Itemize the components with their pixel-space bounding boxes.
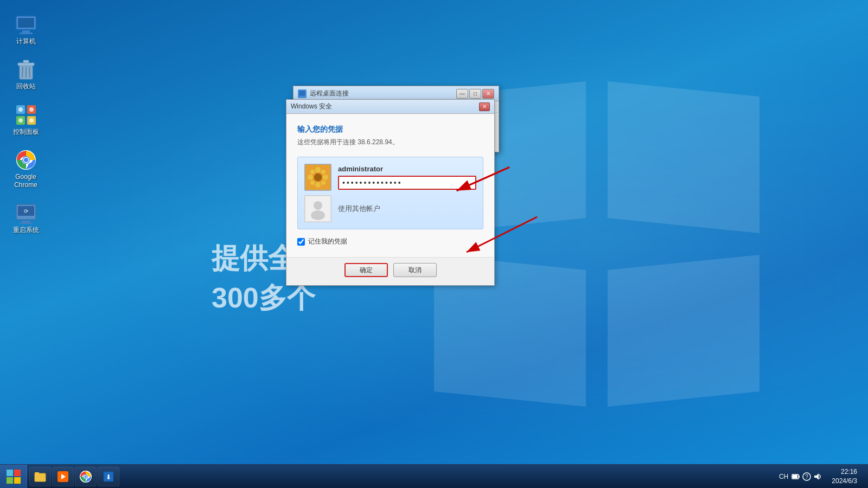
taskbar-chrome[interactable] xyxy=(75,467,97,486)
rdp-title-text: 远程桌面连接 xyxy=(310,89,456,98)
winsec-cancel-btn[interactable]: 取消 xyxy=(393,263,437,277)
svg-rect-24 xyxy=(22,221,30,223)
tray-lang: CH xyxy=(779,473,788,480)
rdp-title-icon xyxy=(298,89,307,98)
svg-rect-5 xyxy=(18,63,34,66)
taskbar-items: ⬇ xyxy=(27,467,775,486)
winsec-buttons: 确定 取消 xyxy=(286,257,494,285)
svg-point-16 xyxy=(18,118,23,123)
recycle-icon-label: 回收站 xyxy=(16,82,36,90)
computer-icon xyxy=(15,14,37,35)
svg-point-34 xyxy=(323,175,328,180)
system-tray: CH ? xyxy=(775,467,868,486)
clock-time: 22:16 xyxy=(832,467,857,477)
winsec-titlebar: Windows 安全 ✕ xyxy=(286,100,494,114)
svg-rect-3 xyxy=(20,33,33,34)
chrome-icon-label: Google Chrome xyxy=(8,173,43,189)
svg-rect-25 xyxy=(20,223,33,224)
other-account-row: 使用其他帐户 xyxy=(304,195,476,222)
svg-rect-27 xyxy=(299,91,305,95)
svg-point-37 xyxy=(310,181,315,185)
svg-point-42 xyxy=(311,210,325,220)
password-input-wrap xyxy=(338,176,476,190)
svg-rect-63 xyxy=(799,476,800,478)
svg-point-38 xyxy=(321,181,326,185)
svg-point-36 xyxy=(321,170,326,174)
svg-point-59 xyxy=(85,476,87,478)
credential-area: administrator 使用其他帐户 xyxy=(297,157,483,229)
winsec-confirm-btn[interactable]: 确定 xyxy=(344,263,388,277)
user-avatar xyxy=(304,164,331,191)
desktop-icon-restart[interactable]: ⟳ 重启系统 xyxy=(5,200,46,236)
desktop-icon-computer[interactable]: 计算机 xyxy=(5,11,46,48)
taskbar-file-explorer[interactable] xyxy=(29,467,51,486)
svg-text:?: ? xyxy=(806,474,809,480)
remember-checkbox[interactable] xyxy=(297,238,305,246)
start-button[interactable] xyxy=(0,465,27,489)
rdp-maximize-btn[interactable]: □ xyxy=(469,89,481,99)
clock-date: 2024/6/3 xyxy=(832,477,857,486)
svg-line-9 xyxy=(29,67,30,78)
winsec-close-btn[interactable]: ✕ xyxy=(479,102,490,111)
svg-text:⬇: ⬇ xyxy=(106,473,111,481)
control-panel-icon xyxy=(15,104,37,126)
svg-point-15 xyxy=(29,107,34,112)
svg-point-39 xyxy=(314,174,322,181)
user-info: administrator xyxy=(338,165,476,190)
username-text: administrator xyxy=(338,165,476,173)
svg-rect-47 xyxy=(7,470,13,476)
svg-point-35 xyxy=(310,170,315,174)
desktop-icon-control-panel[interactable]: 控制面板 xyxy=(5,101,46,138)
taskbar-clock[interactable]: 22:16 2024/6/3 xyxy=(825,467,864,486)
rdp-close-btn[interactable]: ✕ xyxy=(482,89,494,99)
restart-icon-label: 重启系统 xyxy=(13,226,39,234)
svg-rect-2 xyxy=(22,30,30,33)
password-field[interactable] xyxy=(338,176,476,190)
winsec-body: 输入您的凭据 这些凭据将用于连接 38.6.228.94。 xyxy=(286,114,494,257)
battery-icon xyxy=(792,472,800,481)
svg-marker-67 xyxy=(814,473,819,480)
taskbar: ⬇ CH ? xyxy=(0,464,868,488)
remember-label: 记住我的凭据 xyxy=(308,237,347,246)
rdp-minimize-btn[interactable]: — xyxy=(456,89,468,99)
other-account-avatar xyxy=(304,195,331,222)
svg-point-31 xyxy=(315,167,321,172)
svg-rect-6 xyxy=(23,60,29,63)
winsec-title-text: Windows 安全 xyxy=(291,102,479,111)
svg-rect-48 xyxy=(14,470,21,476)
svg-line-7 xyxy=(22,67,23,78)
svg-rect-50 xyxy=(14,477,21,484)
svg-point-41 xyxy=(314,201,322,210)
svg-rect-1 xyxy=(18,18,34,28)
svg-rect-28 xyxy=(301,95,304,97)
svg-point-21 xyxy=(24,158,28,162)
remember-row: 记住我的凭据 xyxy=(297,237,483,246)
svg-rect-49 xyxy=(7,477,13,484)
desktop-icon-recycle[interactable]: 回收站 xyxy=(5,56,46,93)
svg-text:⟳: ⟳ xyxy=(24,208,29,214)
volume-icon xyxy=(813,472,822,481)
taskbar-install[interactable]: ⬇ xyxy=(98,467,119,486)
computer-icon-label: 计算机 xyxy=(16,37,36,45)
winsec-subtext: 这些凭据将用于连接 38.6.228.94。 xyxy=(297,138,483,147)
recycle-icon xyxy=(15,59,37,80)
other-account-label: 使用其他帐户 xyxy=(338,204,380,214)
desktop-icon-chrome[interactable]: Google Chrome xyxy=(5,146,46,191)
taskbar-media-player[interactable] xyxy=(52,467,74,486)
rdp-window-buttons: — □ ✕ xyxy=(456,89,494,99)
chrome-icon xyxy=(15,149,37,171)
restart-icon: ⟳ xyxy=(15,202,37,224)
desktop-icon-area: 计算机 回收站 xyxy=(0,0,52,247)
svg-point-33 xyxy=(308,175,313,180)
svg-rect-52 xyxy=(35,475,46,481)
winsec-header: 输入您的凭据 xyxy=(297,125,483,134)
svg-point-17 xyxy=(29,118,34,123)
windows-security-dialog: Windows 安全 ✕ 输入您的凭据 这些凭据将用于连接 38.6.228.9… xyxy=(286,99,495,286)
control-panel-icon-label: 控制面板 xyxy=(13,128,39,136)
svg-rect-53 xyxy=(35,472,39,476)
credential-user-row: administrator xyxy=(304,164,476,191)
svg-rect-64 xyxy=(793,475,797,478)
tray-icons: ? xyxy=(792,472,822,481)
help-icon: ? xyxy=(802,472,811,481)
svg-point-14 xyxy=(18,107,23,112)
